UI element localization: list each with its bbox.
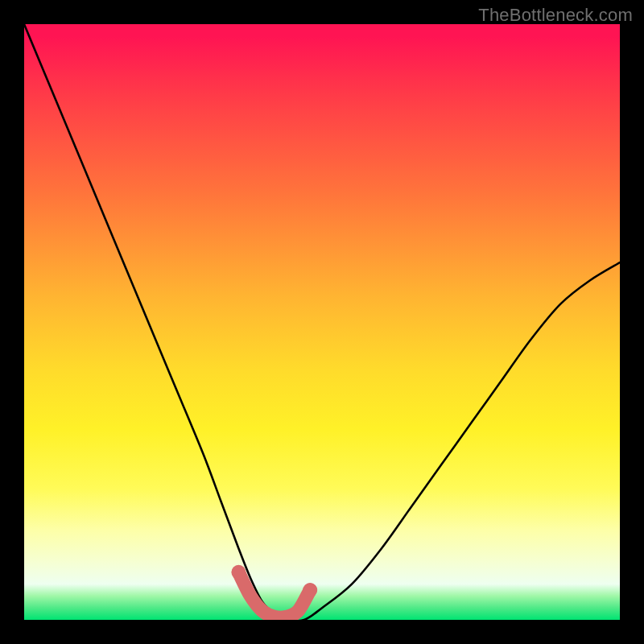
bottleneck-curve <box>24 24 620 620</box>
plot-area <box>24 24 620 620</box>
watermark-text: TheBottleneck.com <box>478 5 633 26</box>
chart-frame: TheBottleneck.com <box>0 0 644 644</box>
optimal-range-highlight <box>238 572 310 617</box>
highlight-dot <box>303 583 317 597</box>
curve-layer <box>24 24 620 620</box>
highlight-dot <box>231 565 246 580</box>
